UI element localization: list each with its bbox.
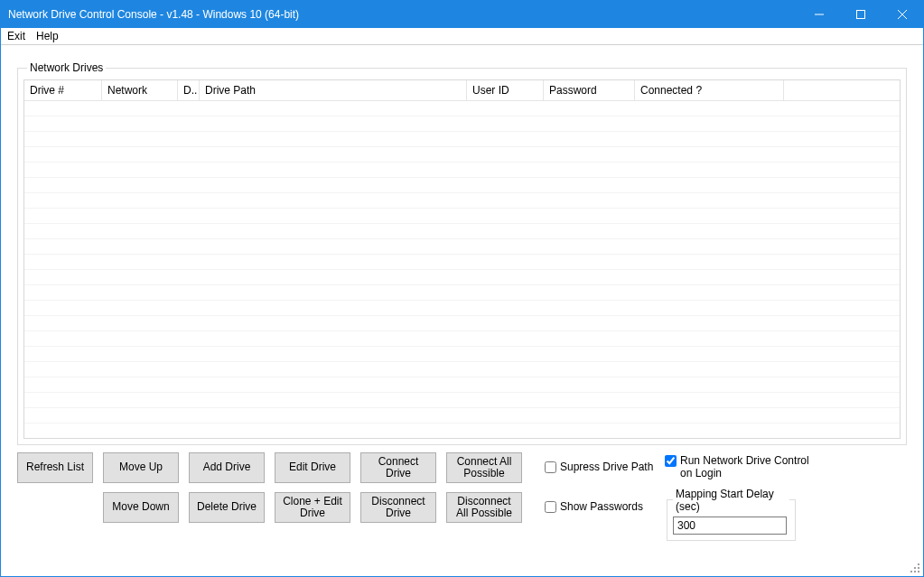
- col-filler: [784, 80, 900, 100]
- list-row[interactable]: [24, 116, 900, 132]
- svg-rect-4: [918, 563, 919, 565]
- svg-rect-7: [910, 571, 912, 572]
- list-row[interactable]: [24, 147, 900, 163]
- show-passwords-checkbox[interactable]: Show Passwords: [545, 500, 658, 513]
- col-user-id[interactable]: User ID: [467, 80, 544, 100]
- minimize-icon: [815, 10, 824, 19]
- show-passwords-input[interactable]: [545, 501, 556, 513]
- close-icon: [898, 10, 907, 19]
- delay-input[interactable]: [673, 517, 787, 535]
- svg-rect-1: [857, 11, 865, 19]
- supress-path-label: Supress Drive Path: [560, 461, 653, 473]
- col-drive-no[interactable]: Drive #: [24, 80, 102, 100]
- resize-grip[interactable]: [909, 562, 921, 574]
- disconnect-all-button[interactable]: Disconnect All Possible: [446, 492, 522, 523]
- col-drive-path[interactable]: Drive Path: [200, 80, 467, 100]
- menubar: Exit Help: [1, 28, 923, 45]
- list-row[interactable]: [24, 163, 900, 178]
- listview-header: Drive # Network D.. Drive Path User ID P…: [24, 80, 900, 101]
- list-row[interactable]: [24, 193, 900, 209]
- resize-grip-icon: [909, 562, 921, 574]
- minimize-button[interactable]: [798, 1, 840, 28]
- run-on-login-input[interactable]: [665, 455, 677, 467]
- col-move: Move Up Move Down: [103, 452, 179, 523]
- list-row[interactable]: [24, 132, 900, 147]
- move-up-button[interactable]: Move Up: [103, 452, 179, 483]
- list-row[interactable]: [24, 239, 900, 255]
- list-row[interactable]: [24, 270, 900, 285]
- refresh-button[interactable]: Refresh List: [17, 452, 93, 483]
- svg-rect-6: [918, 567, 919, 569]
- col-password[interactable]: Password: [544, 80, 635, 100]
- move-down-button[interactable]: Move Down: [103, 492, 179, 523]
- col-refresh: Refresh List: [17, 452, 93, 483]
- window-title: Network Drive Control Console - v1.48 - …: [8, 8, 299, 21]
- svg-rect-9: [918, 571, 919, 572]
- col-right: Run Network Drive Control on Login Mappi…: [665, 454, 818, 541]
- list-row[interactable]: [24, 209, 900, 224]
- client-area: Network Drives Drive # Network D.. Drive…: [1, 45, 923, 576]
- col-add-delete: Add Drive Delete Drive: [189, 452, 265, 523]
- svg-rect-8: [914, 571, 916, 572]
- run-on-login-label: Run Network Drive Control on Login: [680, 454, 818, 480]
- edit-drive-button[interactable]: Edit Drive: [275, 452, 350, 483]
- controls-row: Refresh List Move Up Move Down Add Drive…: [17, 452, 907, 541]
- list-row[interactable]: [24, 255, 900, 270]
- maximize-icon: [856, 10, 865, 19]
- titlebar-buttons: [798, 1, 923, 28]
- list-row[interactable]: [24, 331, 900, 347]
- list-row[interactable]: [24, 408, 900, 423]
- listview-rows: [24, 101, 900, 438]
- list-row[interactable]: [24, 423, 900, 439]
- connect-drive-button[interactable]: Connect Drive: [360, 452, 436, 483]
- supress-path-checkbox[interactable]: Supress Drive Path: [545, 461, 658, 473]
- network-drives-group: Network Drives Drive # Network D.. Drive…: [17, 61, 907, 445]
- col-connect: Connect Drive Disconnect Drive: [360, 452, 436, 523]
- menu-help[interactable]: Help: [33, 29, 66, 43]
- menu-exit[interactable]: Exit: [4, 29, 33, 43]
- col-checks-mid: Supress Drive Path Show Passwords: [545, 461, 658, 514]
- list-row[interactable]: [24, 224, 900, 239]
- list-row[interactable]: [24, 393, 900, 408]
- col-network[interactable]: Network: [102, 80, 178, 100]
- list-row[interactable]: [24, 347, 900, 362]
- list-row[interactable]: [24, 101, 900, 116]
- col-edit: Edit Drive Clone + Edit Drive: [275, 452, 350, 523]
- run-on-login-checkbox[interactable]: Run Network Drive Control on Login: [665, 454, 818, 480]
- delay-legend: Mapping Start Delay (sec): [673, 488, 789, 513]
- list-row[interactable]: [24, 377, 900, 393]
- disconnect-drive-button[interactable]: Disconnect Drive: [360, 492, 436, 523]
- titlebar: Network Drive Control Console - v1.48 - …: [1, 1, 923, 28]
- col-connected[interactable]: Connected ?: [635, 80, 784, 100]
- list-row[interactable]: [24, 285, 900, 301]
- list-row[interactable]: [24, 178, 900, 193]
- list-row[interactable]: [24, 301, 900, 316]
- maximize-button[interactable]: [840, 1, 882, 28]
- show-passwords-label: Show Passwords: [560, 500, 643, 513]
- add-drive-button[interactable]: Add Drive: [189, 452, 265, 483]
- col-connect-all: Connect All Possible Disconnect All Poss…: [446, 452, 522, 523]
- delete-drive-button[interactable]: Delete Drive: [189, 492, 265, 523]
- clone-edit-button[interactable]: Clone + Edit Drive: [275, 492, 350, 523]
- list-row[interactable]: [24, 316, 900, 331]
- svg-rect-5: [914, 567, 916, 569]
- drives-listview[interactable]: Drive # Network D.. Drive Path User ID P…: [23, 79, 901, 439]
- close-button[interactable]: [882, 1, 923, 28]
- supress-path-input[interactable]: [545, 461, 556, 473]
- delay-group: Mapping Start Delay (sec): [667, 488, 796, 541]
- list-row[interactable]: [24, 362, 900, 377]
- col-d[interactable]: D..: [178, 80, 200, 100]
- connect-all-button[interactable]: Connect All Possible: [446, 452, 522, 483]
- groupbox-legend: Network Drives: [27, 61, 106, 74]
